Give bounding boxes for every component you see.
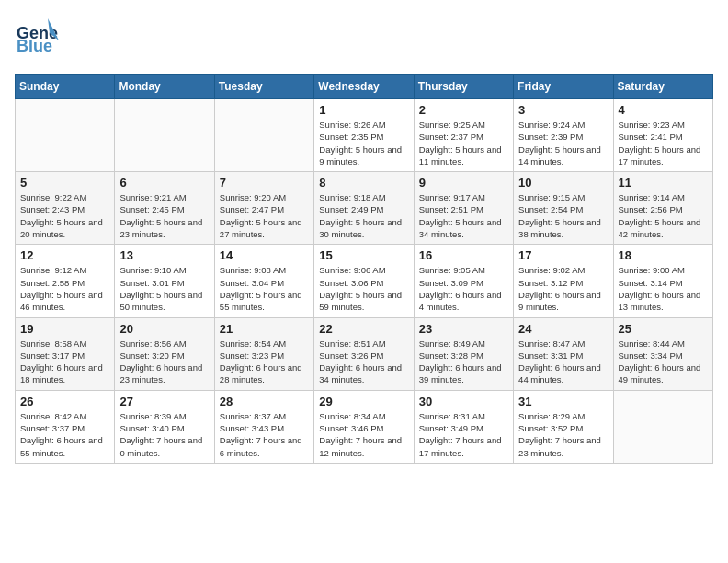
day-number: 12	[20, 248, 109, 262]
day-info: Sunrise: 9:26 AM Sunset: 2:35 PM Dayligh…	[319, 119, 408, 167]
calendar-cell: 22Sunrise: 8:51 AM Sunset: 3:26 PM Dayli…	[314, 317, 414, 390]
day-info: Sunrise: 9:20 AM Sunset: 2:47 PM Dayligh…	[220, 191, 309, 240]
day-number: 8	[319, 176, 408, 190]
svg-text:Blue: Blue	[17, 37, 52, 55]
calendar-cell: 10Sunrise: 9:15 AM Sunset: 2:54 PM Dayli…	[514, 172, 613, 245]
day-number: 14	[220, 248, 309, 262]
day-info: Sunrise: 9:12 AM Sunset: 2:58 PM Dayligh…	[20, 264, 109, 313]
calendar-cell: 16Sunrise: 9:05 AM Sunset: 3:09 PM Dayli…	[414, 245, 513, 317]
calendar-cell	[16, 99, 115, 172]
weekday-header-friday: Friday	[514, 75, 613, 99]
day-number: 6	[119, 176, 209, 190]
day-number: 15	[319, 248, 408, 262]
day-info: Sunrise: 9:17 AM Sunset: 2:51 PM Dayligh…	[419, 191, 508, 240]
calendar-cell: 26Sunrise: 8:42 AM Sunset: 3:37 PM Dayli…	[16, 390, 115, 463]
day-info: Sunrise: 9:23 AM Sunset: 2:41 PM Dayligh…	[619, 119, 708, 167]
calendar-cell: 2Sunrise: 9:25 AM Sunset: 2:37 PM Daylig…	[414, 99, 513, 172]
day-number: 29	[319, 395, 408, 408]
day-info: Sunrise: 8:34 AM Sunset: 3:46 PM Dayligh…	[319, 410, 408, 459]
day-info: Sunrise: 9:22 AM Sunset: 2:43 PM Dayligh…	[20, 191, 109, 240]
weekday-header-monday: Monday	[115, 75, 214, 99]
day-number: 3	[518, 103, 608, 117]
day-number: 30	[419, 395, 508, 408]
day-info: Sunrise: 8:42 AM Sunset: 3:37 PM Dayligh…	[20, 410, 109, 459]
day-number: 28	[220, 395, 309, 408]
calendar-cell: 20Sunrise: 8:56 AM Sunset: 3:20 PM Dayli…	[115, 317, 214, 390]
calendar-cell: 12Sunrise: 9:12 AM Sunset: 2:58 PM Dayli…	[16, 245, 115, 317]
day-number: 20	[119, 322, 209, 336]
day-info: Sunrise: 8:31 AM Sunset: 3:49 PM Dayligh…	[419, 410, 508, 459]
calendar-cell: 31Sunrise: 8:29 AM Sunset: 3:52 PM Dayli…	[514, 390, 613, 463]
page-header: General Blue	[15, 15, 713, 63]
calendar-cell	[115, 99, 214, 172]
calendar-cell: 18Sunrise: 9:00 AM Sunset: 3:14 PM Dayli…	[613, 245, 712, 317]
day-number: 13	[119, 248, 209, 262]
day-number: 7	[220, 176, 309, 190]
day-number: 4	[619, 103, 708, 117]
weekday-header-sunday: Sunday	[16, 75, 115, 99]
logo-icon: General Blue	[15, 15, 59, 63]
day-number: 18	[619, 248, 708, 262]
day-info: Sunrise: 8:47 AM Sunset: 3:31 PM Dayligh…	[518, 338, 608, 386]
calendar-cell: 7Sunrise: 9:20 AM Sunset: 2:47 PM Daylig…	[214, 172, 313, 245]
calendar-cell: 13Sunrise: 9:10 AM Sunset: 3:01 PM Dayli…	[115, 245, 214, 317]
calendar-week-5: 26Sunrise: 8:42 AM Sunset: 3:37 PM Dayli…	[16, 390, 713, 463]
logo: General Blue	[15, 15, 63, 63]
calendar-cell: 24Sunrise: 8:47 AM Sunset: 3:31 PM Dayli…	[514, 317, 613, 390]
calendar-cell: 8Sunrise: 9:18 AM Sunset: 2:49 PM Daylig…	[314, 172, 414, 245]
weekday-header-tuesday: Tuesday	[214, 75, 313, 99]
day-number: 5	[20, 176, 109, 190]
calendar-week-3: 12Sunrise: 9:12 AM Sunset: 2:58 PM Dayli…	[16, 245, 713, 317]
day-number: 27	[119, 395, 209, 408]
calendar-cell: 9Sunrise: 9:17 AM Sunset: 2:51 PM Daylig…	[414, 172, 513, 245]
day-info: Sunrise: 9:25 AM Sunset: 2:37 PM Dayligh…	[419, 119, 508, 167]
day-number: 2	[419, 103, 508, 117]
weekday-header-thursday: Thursday	[414, 75, 513, 99]
day-info: Sunrise: 8:56 AM Sunset: 3:20 PM Dayligh…	[119, 338, 209, 386]
calendar-cell: 15Sunrise: 9:06 AM Sunset: 3:06 PM Dayli…	[314, 245, 414, 317]
day-info: Sunrise: 9:24 AM Sunset: 2:39 PM Dayligh…	[518, 119, 608, 167]
day-number: 11	[619, 176, 708, 190]
weekday-header-saturday: Saturday	[613, 75, 712, 99]
day-info: Sunrise: 9:18 AM Sunset: 2:49 PM Dayligh…	[319, 191, 408, 240]
day-info: Sunrise: 8:44 AM Sunset: 3:34 PM Dayligh…	[619, 338, 708, 386]
calendar-week-2: 5Sunrise: 9:22 AM Sunset: 2:43 PM Daylig…	[16, 172, 713, 245]
calendar-week-1: 1Sunrise: 9:26 AM Sunset: 2:35 PM Daylig…	[16, 99, 713, 172]
calendar-week-4: 19Sunrise: 8:58 AM Sunset: 3:17 PM Dayli…	[16, 317, 713, 390]
calendar-cell: 21Sunrise: 8:54 AM Sunset: 3:23 PM Dayli…	[214, 317, 313, 390]
calendar-cell: 4Sunrise: 9:23 AM Sunset: 2:41 PM Daylig…	[613, 99, 712, 172]
weekday-header-row: SundayMondayTuesdayWednesdayThursdayFrid…	[16, 75, 713, 99]
calendar-cell: 3Sunrise: 9:24 AM Sunset: 2:39 PM Daylig…	[514, 99, 613, 172]
day-number: 31	[518, 395, 608, 408]
calendar-table: SundayMondayTuesdayWednesdayThursdayFrid…	[15, 74, 713, 464]
day-number: 19	[20, 322, 109, 336]
day-info: Sunrise: 8:49 AM Sunset: 3:28 PM Dayligh…	[419, 338, 508, 386]
calendar-cell: 25Sunrise: 8:44 AM Sunset: 3:34 PM Dayli…	[613, 317, 712, 390]
day-number: 16	[419, 248, 508, 262]
day-info: Sunrise: 9:15 AM Sunset: 2:54 PM Dayligh…	[518, 191, 608, 240]
calendar-cell: 29Sunrise: 8:34 AM Sunset: 3:46 PM Dayli…	[314, 390, 414, 463]
weekday-header-wednesday: Wednesday	[314, 75, 414, 99]
day-number: 9	[419, 176, 508, 190]
day-number: 26	[20, 395, 109, 408]
day-info: Sunrise: 8:58 AM Sunset: 3:17 PM Dayligh…	[20, 338, 109, 386]
day-info: Sunrise: 9:00 AM Sunset: 3:14 PM Dayligh…	[619, 264, 708, 313]
calendar-cell: 17Sunrise: 9:02 AM Sunset: 3:12 PM Dayli…	[514, 245, 613, 317]
day-info: Sunrise: 8:51 AM Sunset: 3:26 PM Dayligh…	[319, 338, 408, 386]
calendar-cell: 19Sunrise: 8:58 AM Sunset: 3:17 PM Dayli…	[16, 317, 115, 390]
day-info: Sunrise: 9:05 AM Sunset: 3:09 PM Dayligh…	[419, 264, 508, 313]
calendar-cell: 14Sunrise: 9:08 AM Sunset: 3:04 PM Dayli…	[214, 245, 313, 317]
day-number: 17	[518, 248, 608, 262]
calendar-cell	[214, 99, 313, 172]
calendar-cell: 27Sunrise: 8:39 AM Sunset: 3:40 PM Dayli…	[115, 390, 214, 463]
day-number: 10	[518, 176, 608, 190]
calendar-cell: 6Sunrise: 9:21 AM Sunset: 2:45 PM Daylig…	[115, 172, 214, 245]
calendar-cell: 30Sunrise: 8:31 AM Sunset: 3:49 PM Dayli…	[414, 390, 513, 463]
calendar-cell: 1Sunrise: 9:26 AM Sunset: 2:35 PM Daylig…	[314, 99, 414, 172]
calendar-cell: 28Sunrise: 8:37 AM Sunset: 3:43 PM Dayli…	[214, 390, 313, 463]
day-number: 25	[619, 322, 708, 336]
day-number: 23	[419, 322, 508, 336]
day-info: Sunrise: 8:54 AM Sunset: 3:23 PM Dayligh…	[220, 338, 309, 386]
day-info: Sunrise: 8:39 AM Sunset: 3:40 PM Dayligh…	[119, 410, 209, 459]
day-number: 1	[319, 103, 408, 117]
